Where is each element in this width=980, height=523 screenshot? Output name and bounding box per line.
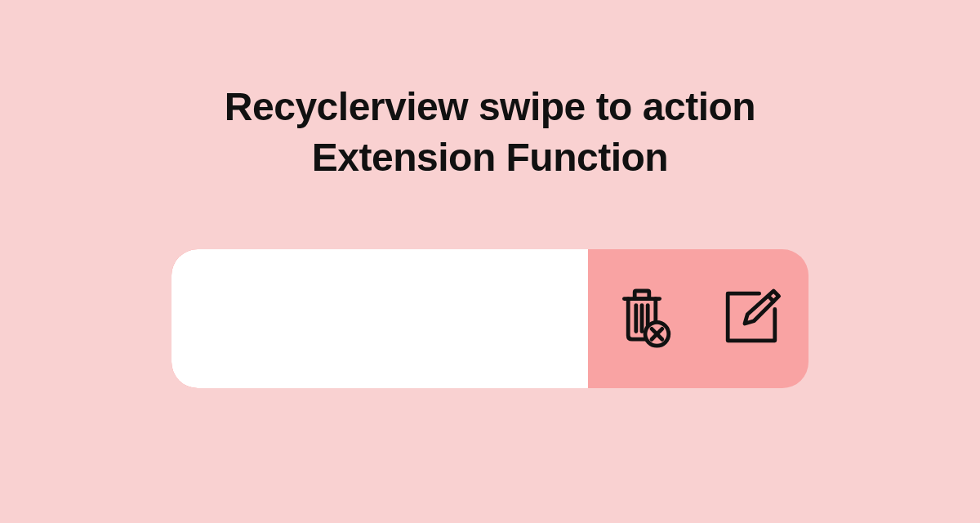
edit-button[interactable] xyxy=(715,282,788,355)
title-line1: Recyclerview swipe to action xyxy=(225,85,755,128)
list-item-content[interactable] xyxy=(172,249,588,388)
svg-rect-1 xyxy=(635,291,649,299)
delete-button[interactable] xyxy=(608,282,682,355)
title-line2: Extension Function xyxy=(312,136,668,179)
trash-delete-icon xyxy=(612,284,678,353)
swipe-actions-panel xyxy=(588,249,808,388)
edit-icon xyxy=(719,284,784,353)
page-container: Recyclerview swipe to action Extension F… xyxy=(0,0,980,523)
page-title: Recyclerview swipe to action Extension F… xyxy=(225,82,755,184)
svg-line-8 xyxy=(768,296,773,301)
swipe-list-item[interactable] xyxy=(172,249,808,388)
